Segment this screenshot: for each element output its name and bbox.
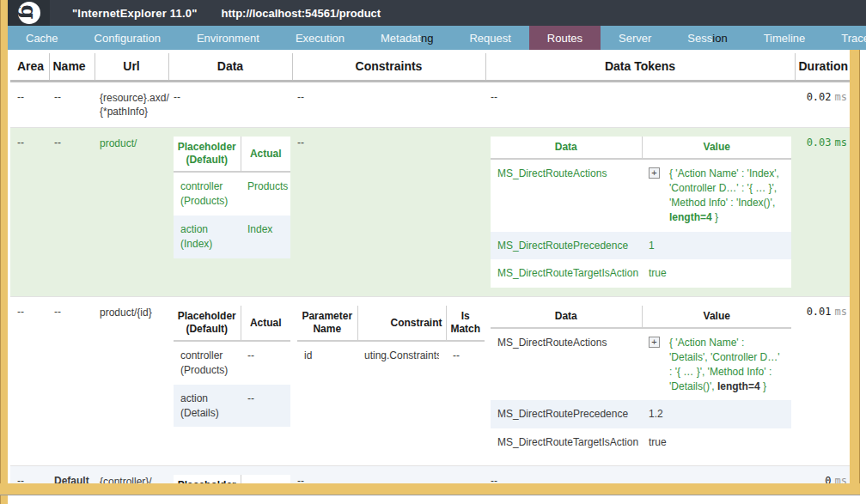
is-match-header: Is Match [446,306,485,341]
glimpse-frame-right [850,50,860,495]
col-header-url: Url [95,53,168,82]
tab-cache[interactable]: Cache [8,26,76,50]
glimpse-g-icon: g [19,4,40,19]
constraints-cell: -- [292,128,485,297]
glimpse-logo[interactable]: g [8,0,50,26]
routes-content: Area Name Url Data Constraints Data Toke… [8,50,850,483]
tokens-value-header: Value [642,306,791,328]
token-row: MS_DirectRouteTargetIsAction true [491,428,791,457]
placeholder-header: Placeholder (Default) [174,137,241,172]
route-row-default[interactable]: -- Default {controller}/ {action}/{id} P… [10,465,850,483]
tokens-data-header: Data [491,137,642,159]
actual-header: Actual [241,475,290,483]
tab-configuration[interactable]: Configuration [76,26,179,50]
actual-header: Actual [241,137,290,172]
data-tokens-cell: Data Value MS_DirectRouteActions + [485,128,795,297]
glimpse-logo-circle: g [18,2,40,24]
routes-header-row: Area Name Url Data Constraints Data Toke… [10,53,850,82]
duration-cell: 0.01ms [795,297,850,466]
token-row: MS_DirectRouteActions + { 'Action Name' … [491,159,791,231]
tab-request[interactable]: Request [451,26,528,50]
placeholder-row: action (Details)-- [174,385,290,428]
url-cell: product/{id} [95,297,168,466]
constraints-cell: -- [292,82,485,128]
token-row: MS_DirectRoutePrecedence 1 [491,232,791,260]
constraint-row: id uting.Constraints.Cc -- [297,341,485,370]
area-cell: -- [10,465,49,483]
tab-environment[interactable]: Environment [179,26,277,50]
data-tokens-cell: Data Value MS_DirectRouteActions + [485,297,795,466]
data-cell: Placeholder (Default) Actual controller … [168,128,292,297]
placeholder-row: action (Index)Index [174,216,290,258]
placeholder-actual-table: Placeholder (Default) Actual controller … [174,137,290,258]
data-tokens-cell: -- [485,82,795,128]
col-header-area: Area [10,53,49,82]
tab-timeline[interactable]: Timeline [746,26,824,50]
col-header-constraints: Constraints [292,53,485,82]
duration-cell: 0.02ms [795,82,850,128]
tab-bar: Cache Configuration Environment Executio… [8,26,866,50]
col-header-data: Data [168,53,292,82]
tab-routes[interactable]: Routes [529,26,601,50]
client-title: "InternetExplorer 11.0" [72,7,198,20]
duration-cell: 0ms [795,465,850,483]
tab-metadata[interactable]: Metadatng [363,26,451,50]
data-tokens-table: Data Value MS_DirectRouteActions + [491,306,791,457]
tab-trace[interactable]: Trace [823,26,866,50]
route-row-product-selected[interactable]: -- -- product/ Placeholder (Default) Act… [10,128,850,297]
tokens-data-header: Data [491,306,642,328]
placeholder-actual-table: Placeholder (Default) Actual controller … [174,475,290,483]
placeholder-row: controller (Products)-- [174,341,290,385]
route-row-product-id[interactable]: -- -- product/{id} Placeholder (Default)… [10,297,850,466]
constraints-cell: -- [292,465,485,483]
col-header-name: Name [49,53,95,82]
routes-table: Area Name Url Data Constraints Data Toke… [10,53,850,483]
actual-header: Actual [241,306,290,341]
placeholder-row: controller (Products)Products [174,172,290,216]
data-tokens-cell: -- [485,465,795,483]
name-cell: Default [49,465,95,483]
data-cell: Placeholder (Default) Actual controller … [168,297,292,466]
glimpse-frame-left [0,0,8,504]
name-cell: -- [49,82,95,128]
constraints-cell: Parameter Name Constraint Is Match id ut… [292,297,485,466]
expand-icon[interactable]: + [649,167,660,179]
area-cell: -- [10,297,49,466]
tab-server[interactable]: Server [601,26,669,50]
glimpse-frame-bottom [0,483,860,495]
constraints-table: Parameter Name Constraint Is Match id ut… [297,306,485,370]
data-cell: -- [168,82,292,128]
area-cell: -- [10,128,49,297]
token-row: MS_DirectRouteTargetIsAction true [491,259,791,288]
expand-icon[interactable]: + [649,337,660,348]
data-cell: Placeholder (Default) Actual controller … [168,465,292,483]
constraint-header: Constraint [357,306,446,341]
glimpse-panel: g "InternetExplorer 11.0" http://localho… [0,0,866,504]
tab-session[interactable]: Session [669,26,745,50]
placeholder-header: Placeholder (Default) [174,475,241,483]
url-cell: {resource}.axd/ {*pathInfo} [95,82,168,128]
tokens-value-header: Value [642,137,791,159]
area-cell: -- [10,82,49,128]
duration-cell: 0.03ms [795,128,850,297]
title-bar: g "InternetExplorer 11.0" http://localho… [8,0,866,26]
col-header-duration: Duration [795,53,850,82]
url-cell: {controller}/ {action}/{id} [95,465,168,483]
data-tokens-table: Data Value MS_DirectRouteActions + [491,137,791,288]
name-cell: -- [49,128,95,297]
placeholder-actual-table: Placeholder (Default) Actual controller … [174,306,290,427]
parameter-name-header: Parameter Name [297,306,357,341]
route-row-resource-axd[interactable]: -- -- {resource}.axd/ {*pathInfo} -- -- … [10,82,850,128]
placeholder-header: Placeholder (Default) [174,306,241,341]
token-row: MS_DirectRoutePrecedence 1.2 [491,400,791,428]
name-cell: -- [49,297,95,466]
col-header-data-tokens: Data Tokens [485,53,795,82]
tab-execution[interactable]: Execution [277,26,363,50]
request-url: http://localhost:54561/product [222,7,381,20]
url-cell: product/ [95,128,168,297]
token-row: MS_DirectRouteActions + { 'Action Name' … [491,328,791,400]
